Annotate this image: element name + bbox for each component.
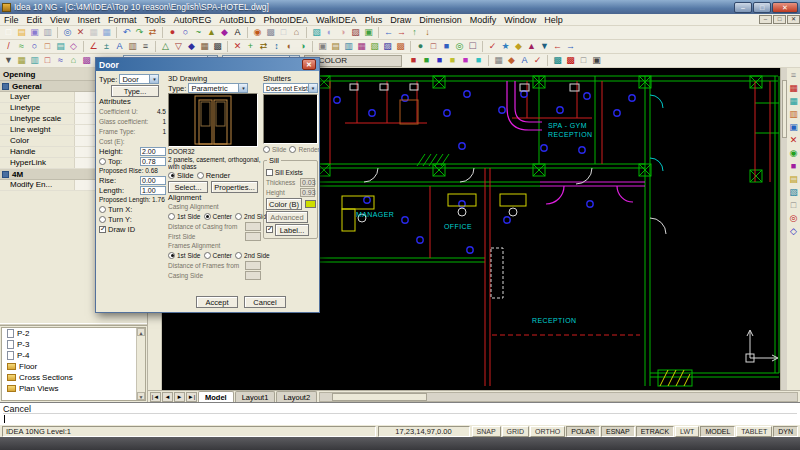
toolbar-icon[interactable]: ◇ — [67, 40, 80, 53]
toolbar-icon[interactable]: ☐ — [466, 40, 479, 53]
toolbar-icon[interactable]: ≡ — [788, 69, 800, 82]
toolbar-icon[interactable]: ▩ — [264, 26, 277, 39]
status-toggle-etrack[interactable]: ETRACK — [636, 426, 674, 437]
toolbar-icon[interactable]: ★ — [499, 40, 512, 53]
radio-center[interactable]: Center — [204, 213, 233, 220]
radio-1st-side[interactable]: 1st Side — [168, 252, 201, 259]
menu-item-edit[interactable]: Edit — [23, 14, 47, 26]
status-toggle-snap[interactable]: SNAP — [472, 426, 501, 437]
toolbar-icon[interactable]: ↓ — [421, 26, 434, 39]
toolbar-icon[interactable]: ∠ — [87, 40, 100, 53]
radio-icon[interactable] — [99, 158, 106, 165]
toolbar-icon[interactable]: A — [518, 54, 531, 67]
menu-item-insert[interactable]: Insert — [73, 14, 104, 26]
minimize-icon[interactable]: – — [734, 2, 752, 13]
tab-layout2[interactable]: Layout2 — [276, 391, 317, 402]
toolbar-icon[interactable]: □ — [788, 199, 800, 212]
toolbar-icon[interactable]: ▤ — [54, 40, 67, 53]
toolbar-icon[interactable]: ■ — [420, 54, 433, 67]
toolbar-icon[interactable]: □ — [2, 26, 15, 39]
toolbar-icon[interactable]: ◆ — [185, 40, 198, 53]
menu-item-file[interactable]: File — [0, 14, 23, 26]
toolbar-icon[interactable]: ≡ — [139, 40, 152, 53]
canvas-horizontal-scrollbar[interactable] — [319, 392, 798, 402]
mdi-minimize-icon[interactable]: – — [759, 15, 772, 24]
checkbox-icon[interactable] — [266, 169, 273, 176]
distance-casing-field[interactable] — [245, 222, 261, 231]
toolbar-icon[interactable]: ▥ — [41, 26, 54, 39]
tree-item-cross-sections[interactable]: Cross Sections — [2, 372, 145, 383]
toolbar-icon[interactable]: ▨ — [349, 26, 362, 39]
toolbar-icon[interactable]: ↶ — [120, 26, 133, 39]
status-toggle-esnap[interactable]: ESNAP — [601, 426, 635, 437]
toolbar-icon[interactable]: ▣ — [28, 26, 41, 39]
toolbar-icon[interactable]: ■ — [788, 160, 800, 173]
toolbar-icon[interactable]: ◉ — [788, 147, 800, 160]
top-field[interactable]: 0.78 — [140, 157, 166, 166]
maximize-icon[interactable]: □ — [753, 2, 771, 13]
toolbar-icon[interactable]: ▼ — [2, 54, 15, 67]
menu-item-help[interactable]: Help — [540, 14, 567, 26]
toolbar-icon[interactable]: ▩ — [80, 54, 93, 67]
toolbar-icon[interactable]: ▥ — [342, 40, 355, 53]
toolbar-icon[interactable]: ▩ — [551, 54, 564, 67]
toolbar-icon[interactable]: ○ — [179, 26, 192, 39]
panel-splitter[interactable] — [0, 323, 147, 326]
toolbar-icon[interactable]: ● — [166, 26, 179, 39]
toolbar-icon[interactable]: ◆ — [512, 40, 525, 53]
toolbar-icon[interactable]: ▨ — [381, 40, 394, 53]
toolbar-icon[interactable]: ↑ — [408, 26, 421, 39]
radio-icon[interactable] — [289, 146, 296, 153]
canvas-vertical-scrollbar[interactable] — [780, 68, 787, 390]
radio-icon[interactable] — [263, 146, 270, 153]
toolbar-icon[interactable]: ▩ — [211, 40, 224, 53]
dialog-title-bar[interactable]: Door ✕ — [96, 58, 319, 71]
color-b-button[interactable]: Color (B) — [266, 198, 302, 210]
checkbox-icon[interactable] — [99, 226, 106, 233]
tab-model[interactable]: Model — [198, 391, 234, 402]
toolbar-icon[interactable]: ◇ — [788, 225, 800, 238]
toolbar-icon[interactable]: ▧ — [310, 26, 323, 39]
toolbar-icon[interactable]: ▥ — [28, 54, 41, 67]
toolbar-icon[interactable]: ◎ — [453, 40, 466, 53]
menu-item-autoreg[interactable]: AutoREG — [169, 14, 215, 26]
properties-button[interactable]: Properties... — [211, 181, 258, 193]
toolbar-icon[interactable]: ▦ — [788, 82, 800, 95]
thickness-field[interactable]: 0.03 — [300, 178, 315, 187]
accept-button[interactable]: Accept — [196, 296, 238, 308]
toolbar-icon[interactable]: ✓ — [486, 40, 499, 53]
toolbar-icon[interactable]: ◆ — [218, 26, 231, 39]
toolbar-icon[interactable]: ◎ — [788, 212, 800, 225]
scrollbar-thumb[interactable] — [332, 393, 427, 401]
toolbar-icon[interactable]: → — [564, 40, 577, 53]
radio-center[interactable]: Center — [204, 252, 233, 259]
status-toggle-dyn[interactable]: DYN — [773, 426, 798, 437]
status-toggle-ortho[interactable]: ORTHO — [530, 426, 565, 437]
toolbar-icon[interactable]: □ — [577, 54, 590, 67]
command-window[interactable]: Cancel — [0, 402, 800, 424]
menu-item-photoidea[interactable]: PhotoIDEA — [260, 14, 313, 26]
close-icon[interactable]: ✕ — [302, 59, 316, 70]
toolbar-icon[interactable]: ✕ — [74, 26, 87, 39]
toolbar-icon[interactable]: ◐ — [283, 40, 296, 53]
toolbar-icon[interactable]: ▦ — [198, 40, 211, 53]
toolbar-icon[interactable]: / — [2, 40, 15, 53]
menu-item-walkidea[interactable]: WalkIDEA — [312, 14, 361, 26]
toolbar-icon[interactable]: ~ — [192, 26, 205, 39]
sill-height-field[interactable]: 0.93 — [300, 188, 315, 197]
length-field[interactable]: 1.00 — [140, 186, 166, 195]
mdi-close-icon[interactable]: ✕ — [787, 15, 800, 24]
distance-frames-field[interactable] — [245, 261, 261, 270]
toolbar-icon[interactable]: ▩ — [564, 54, 577, 67]
tab-nav-first-icon[interactable]: |◄ — [150, 392, 161, 402]
menu-item-view[interactable]: View — [46, 14, 73, 26]
shutters-type-combo[interactable]: Does not Exist▼ — [263, 83, 318, 93]
toolbar-icon[interactable]: ▲ — [525, 40, 538, 53]
toolbar-icon[interactable]: □ — [277, 26, 290, 39]
toolbar-icon[interactable]: ▦ — [87, 26, 100, 39]
toolbar-icon[interactable]: ■ — [459, 54, 472, 67]
toolbar-icon[interactable]: ▣ — [362, 26, 375, 39]
toolbar-icon[interactable]: ≈ — [15, 40, 28, 53]
toolbar-icon[interactable]: ▤ — [15, 26, 28, 39]
toolbar-icon[interactable]: → — [395, 26, 408, 39]
